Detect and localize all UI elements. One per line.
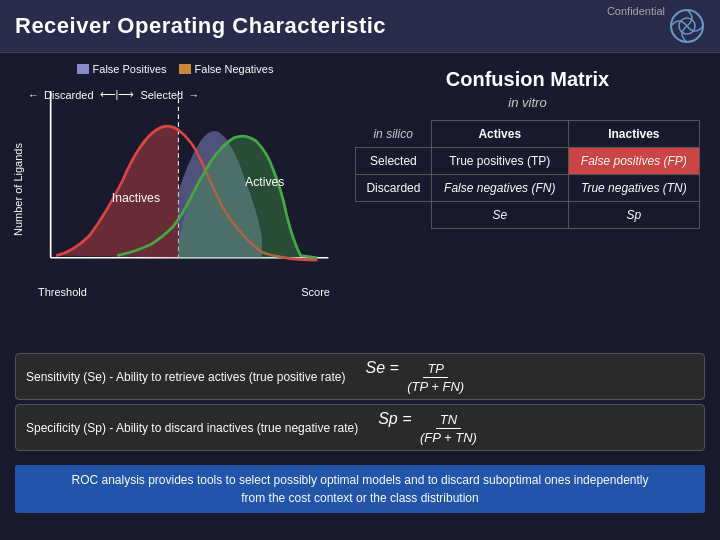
page-title: Receiver Operating Characteristic	[15, 13, 386, 39]
main-content: False Positives False Negatives Number o…	[0, 53, 720, 348]
formulas-section: Sensitivity (Se) - Ability to retrieve a…	[0, 348, 720, 460]
specificity-den: (FP + TN)	[416, 429, 481, 445]
cm-se-cell: Se	[431, 202, 568, 229]
cm-tn-cell: True negatives (TN)	[568, 175, 699, 202]
y-axis-label: Number of Ligands	[10, 80, 28, 300]
inactives-curve-text: Inactives	[112, 191, 160, 205]
specificity-box: Specificity (Sp) - Ability to discard in…	[15, 404, 705, 451]
sensitivity-box: Sensitivity (Se) - Ability to retrieve a…	[15, 353, 705, 400]
fn-legend-color	[179, 64, 191, 74]
confusion-matrix-panel: Confusion Matrix in vitro in silico Acti…	[350, 63, 705, 343]
accelrys-logo	[669, 8, 705, 44]
cm-fn-cell: False negatives (FN)	[431, 175, 568, 202]
fp-legend-label: False Positives	[93, 63, 167, 75]
cm-inactives-header: Inactives	[568, 121, 699, 148]
specificity-num: TN	[436, 412, 461, 429]
sensitivity-num: TP	[423, 361, 448, 378]
confidential-label: Confidential	[607, 5, 665, 17]
footer-line2: from the cost context or the class distr…	[241, 491, 478, 505]
cm-table: in silico Actives Inactives Selected Tru…	[355, 120, 700, 229]
sensitivity-fraction: TP (TP + FN)	[403, 361, 468, 394]
sensitivity-lhs: Se =	[365, 359, 398, 376]
logo-area: Confidential	[669, 8, 705, 44]
cm-sp-cell: Sp	[568, 202, 699, 229]
sensitivity-label: Sensitivity (Se) - Ability to retrieve a…	[26, 370, 345, 384]
chart-inner: ← Discarded ⟵|⟶ Selected →	[28, 80, 340, 300]
cm-in-silico-header: in silico	[356, 121, 432, 148]
cm-discarded-label: Discarded	[356, 175, 432, 202]
fn-legend-item: False Negatives	[179, 63, 274, 75]
cm-subtitle: in vitro	[355, 95, 700, 110]
roc-chart-area: False Positives False Negatives Number o…	[10, 63, 340, 343]
cm-discarded-row: Discarded False negatives (FN) True nega…	[356, 175, 700, 202]
cm-title: Confusion Matrix	[355, 68, 700, 91]
distribution-chart: Inactives Actives	[28, 80, 340, 280]
fp-legend-item: False Positives	[77, 63, 167, 75]
discarded-label: Discarded	[44, 89, 94, 101]
footer-description: ROC analysis provides tools to select po…	[15, 465, 705, 513]
chart-legend: False Positives False Negatives	[10, 63, 340, 75]
selected-label: Selected	[140, 89, 183, 101]
actives-curve-text: Actives	[245, 175, 284, 189]
cm-tp-cell: True positives (TP)	[431, 148, 568, 175]
threshold-x-label: Threshold	[38, 286, 87, 298]
cm-empty-cell	[356, 202, 432, 229]
score-x-label: Score	[301, 286, 330, 298]
specificity-fraction: TN (FP + TN)	[416, 412, 481, 445]
discarded-arrow: ←	[28, 89, 39, 101]
selected-arrow-right: →	[188, 89, 199, 101]
sensitivity-formula: Se = TP (TP + FN)	[365, 359, 468, 394]
cm-selected-label: Selected	[356, 148, 432, 175]
threshold-arrows: ⟵|⟶	[100, 88, 135, 101]
header: Receiver Operating Characteristic Confid…	[0, 0, 720, 53]
sensitivity-den: (TP + FN)	[403, 378, 468, 394]
cm-selected-row: Selected True positives (TP) False posit…	[356, 148, 700, 175]
chart-x-labels: Threshold Score	[28, 286, 340, 298]
specificity-formula: Sp = TN (FP + TN)	[378, 410, 481, 445]
cm-actives-header: Actives	[431, 121, 568, 148]
footer-line1: ROC analysis provides tools to select po…	[72, 473, 649, 487]
chart-with-axis: Number of Ligands ← Discarded ⟵|⟶ Select…	[10, 80, 340, 300]
specificity-label: Specificity (Sp) - Ability to discard in…	[26, 421, 358, 435]
fp-legend-color	[77, 64, 89, 74]
cm-fp-cell: False positives (FP)	[568, 148, 699, 175]
cm-metrics-row: Se Sp	[356, 202, 700, 229]
fn-legend-label: False Negatives	[195, 63, 274, 75]
specificity-lhs: Sp =	[378, 410, 411, 427]
